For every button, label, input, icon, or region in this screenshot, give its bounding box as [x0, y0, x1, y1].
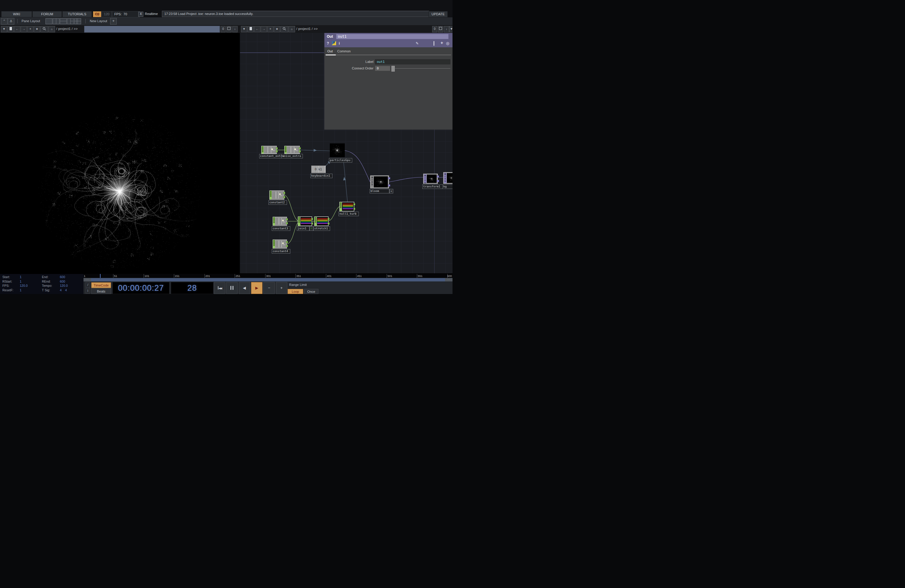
chop-input-connectors[interactable]	[270, 191, 272, 199]
connect-order-field[interactable]: 0	[375, 66, 390, 71]
dropdown-icon[interactable]: ▼	[241, 26, 247, 32]
info-icon[interactable]: i	[339, 41, 340, 46]
chop-output-connector[interactable]	[283, 192, 285, 194]
node-label-bloom[interactable]: bloom+	[370, 189, 389, 194]
back-icon[interactable]: ←	[254, 26, 260, 32]
chop-output-connector[interactable]	[328, 218, 330, 220]
timeline-field-value[interactable]: 1	[20, 275, 22, 279]
node-constant_extra[interactable]	[261, 146, 277, 154]
add-icon[interactable]: +	[27, 26, 33, 32]
top-output-connector[interactable]	[437, 175, 439, 178]
bullseye-icon[interactable]: ◎	[446, 41, 449, 46]
chop-output-connector[interactable]	[311, 218, 313, 220]
viewer-flags[interactable]: ◉∕✕✎	[424, 174, 427, 183]
tutorials-button[interactable]: TUTORIALS	[62, 11, 92, 17]
step-back-button[interactable]: ◀	[239, 282, 250, 294]
layout-preset-grid[interactable]	[74, 18, 81, 24]
scrollbar-left-handle[interactable]: ···	[84, 278, 91, 281]
chop-output-connector[interactable]	[286, 245, 288, 247]
viewer-flags[interactable]: ◉∕✕✎	[371, 176, 373, 188]
node-label-join1[interactable]: join1+	[297, 226, 310, 231]
ibeam-mode-button[interactable]: I	[86, 288, 90, 294]
node-label-constant4[interactable]: constant4	[272, 249, 290, 254]
viewer-icon[interactable]	[8, 26, 14, 32]
timecode-mode-button[interactable]: TimeCode	[91, 282, 111, 288]
search-icon[interactable]	[280, 26, 288, 32]
chop-input-connectors[interactable]	[262, 146, 264, 154]
jump-to-start-button[interactable]: ◀◀	[214, 282, 225, 294]
connect-order-slider-track[interactable]	[395, 68, 450, 68]
node-particlesGpu[interactable]	[330, 143, 345, 157]
node-bg[interactable]: ◉∕✕✎	[443, 172, 452, 184]
anchor-icon[interactable]: ⚓	[8, 18, 14, 25]
home-icon[interactable]: ⌂	[49, 26, 55, 32]
forum-button[interactable]: FORUM	[32, 11, 62, 17]
node-label-transform1[interactable]: transform1	[422, 184, 443, 189]
node-label-constant2[interactable]: constant2	[268, 200, 287, 205]
dock-down-icon[interactable]: ↓	[232, 26, 238, 32]
chop-input-connectors[interactable]	[298, 217, 300, 226]
bookmark-pane-icon[interactable]: ⌃	[1, 18, 8, 25]
layout-preset-two-rows[interactable]	[60, 18, 67, 24]
loop-button[interactable]: Loop	[287, 289, 303, 294]
range-decrement-button[interactable]: −	[264, 282, 275, 294]
node-null1_turb[interactable]	[340, 202, 354, 211]
layout-preset-single[interactable]	[46, 18, 52, 24]
timeline-scrollbar[interactable]: ··· ···	[84, 278, 452, 281]
once-button[interactable]: Once	[304, 289, 318, 294]
node-constant2[interactable]	[269, 191, 284, 200]
timeline-ruler[interactable]: 151101151201251301351401451501551600	[84, 274, 452, 278]
tab-out[interactable]: Out	[327, 49, 333, 53]
tab-common[interactable]: Common	[337, 49, 351, 53]
maximize-pane-icon[interactable]	[438, 26, 443, 32]
chop-output-connector[interactable]	[328, 222, 330, 224]
python-help-icon[interactable]: ?	[332, 41, 336, 45]
top-output-connector[interactable]	[437, 180, 439, 182]
node-transform1[interactable]: ◉∕✕✎	[423, 174, 438, 184]
node-label-bg[interactable]: bg	[442, 184, 452, 189]
maximize-pane-icon[interactable]	[226, 26, 232, 32]
pencil-icon[interactable]: ✎	[416, 41, 419, 46]
node-stretch1[interactable]	[314, 216, 329, 226]
oi-toggle[interactable]: O|I	[93, 11, 102, 17]
scrollbar-right-handle[interactable]: ···	[445, 278, 452, 281]
chop-output-connector[interactable]	[286, 222, 288, 224]
bookmark-icon[interactable]: ★	[34, 26, 40, 32]
forward-icon[interactable]: →	[261, 26, 267, 32]
add-comment-box[interactable]: +	[389, 189, 393, 194]
timeline-field-value[interactable]: 1	[20, 280, 22, 283]
realtime-checkbox[interactable]: X	[138, 12, 143, 17]
playhead[interactable]	[100, 274, 100, 278]
timeline-field-value[interactable]: 120.0	[20, 284, 27, 288]
node-label-noise_extra[interactable]: noise_extra	[281, 154, 303, 158]
node-constant4[interactable]	[273, 240, 287, 248]
node-constant3[interactable]	[273, 217, 287, 226]
chop-output-connector[interactable]	[311, 222, 313, 224]
node-label-keyboardin1[interactable]: keyboardin1	[310, 174, 332, 178]
new-layout-add-button[interactable]: +	[110, 18, 117, 25]
timeline-field-value[interactable]: 600	[60, 280, 65, 283]
node-label-particlesGpu[interactable]: particlesGpu	[329, 158, 352, 162]
chop-output-connector[interactable]	[299, 147, 301, 149]
path-highlight-field[interactable]	[84, 26, 220, 33]
home-icon[interactable]: ⌂	[289, 26, 295, 32]
chop-input-connectors[interactable]	[273, 240, 275, 248]
python-icon[interactable]	[433, 41, 434, 46]
top-output-connector[interactable]	[388, 177, 390, 180]
pane-path-breadcrumb[interactable]: / project1 / >>	[56, 27, 78, 30]
chop-output-connector[interactable]	[286, 218, 288, 220]
bookmark-icon[interactable]: ★	[274, 26, 280, 32]
wiki-button[interactable]: WIKI	[1, 11, 32, 17]
search-icon[interactable]	[40, 26, 48, 32]
chop-output-connector[interactable]	[353, 208, 355, 210]
help-icon[interactable]: ?	[327, 41, 329, 46]
pane-path-breadcrumb[interactable]: / project1 / >>	[296, 27, 318, 30]
chop-input-connectors[interactable]	[340, 202, 342, 211]
node-label-null1_turb[interactable]: null1_turb	[338, 212, 359, 216]
node-keyboardin1[interactable]: 0 k1	[311, 165, 325, 173]
dropdown-icon[interactable]: ▼	[1, 26, 7, 32]
chop-output-connector[interactable]	[276, 147, 278, 149]
chop-output-connector[interactable]	[299, 150, 301, 153]
add-icon[interactable]: +	[267, 26, 273, 32]
beats-mode-button[interactable]: Beats	[91, 288, 111, 294]
